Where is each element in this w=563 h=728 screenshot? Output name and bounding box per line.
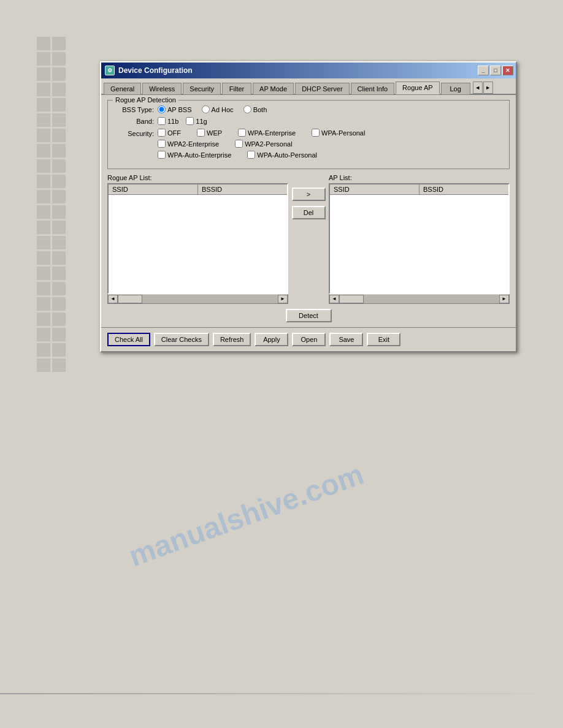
rogue-ap-detection-group: Rogue AP Detection BSS Type: AP BSS Ad H…: [107, 100, 510, 169]
ap-list-body[interactable]: [330, 195, 508, 293]
bg-square: [37, 328, 50, 341]
bss-type-ad-hoc[interactable]: Ad Hoc: [202, 105, 234, 113]
band-11b-checkbox[interactable]: [158, 117, 166, 125]
ap-list-scrollbar-thumb[interactable]: [339, 295, 364, 303]
bss-type-both[interactable]: Both: [243, 105, 267, 113]
band-11g-checkbox[interactable]: [186, 117, 194, 125]
bss-type-both-radio[interactable]: [243, 105, 251, 113]
bg-square: [37, 205, 50, 219]
security-wpa-enterprise[interactable]: WPA-Enterprise: [238, 129, 296, 137]
security-row-2: WPA2-Enterprise WPA2-Personal: [158, 140, 503, 148]
open-button[interactable]: Open: [292, 333, 326, 346]
ap-list-scroll-right[interactable]: ►: [499, 295, 509, 303]
security-row-3: WPA-Auto-Enterprise WPA-Auto-Personal: [158, 151, 503, 159]
bss-type-radio-group: AP BSS Ad Hoc Both: [158, 105, 267, 113]
apply-button[interactable]: Apply: [255, 333, 288, 346]
tab-rogue-ap[interactable]: Rogue AP: [396, 82, 440, 94]
band-11b-label: 11b: [167, 118, 178, 125]
security-wpa2-personal[interactable]: WPA2-Personal: [235, 140, 292, 148]
bg-square: [52, 144, 66, 157]
group-box-title: Rogue AP Detection: [113, 96, 178, 104]
security-wpa-auto-personal-checkbox[interactable]: [247, 151, 255, 159]
detect-button[interactable]: Detect: [286, 309, 332, 322]
tab-bar: General Wireless Security Filter AP Mode…: [101, 78, 516, 95]
refresh-button[interactable]: Refresh: [213, 333, 251, 346]
rogue-list-scrollbar-thumb[interactable]: [118, 295, 142, 303]
bg-square: [52, 159, 66, 173]
maximize-button[interactable]: □: [490, 66, 501, 75]
lists-section: Rogue AP List: SSID BSSID ◄ ►: [107, 174, 510, 304]
bg-square: [52, 343, 66, 357]
clear-checks-button[interactable]: Clear Checks: [154, 333, 209, 346]
tab-log[interactable]: Log: [441, 83, 470, 94]
security-wpa-enterprise-label: WPA-Enterprise: [248, 129, 296, 137]
bg-square: [37, 37, 50, 50]
security-wpa-auto-enterprise[interactable]: WPA-Auto-Enterprise: [158, 151, 231, 159]
bss-type-ap-bss-radio[interactable]: [158, 105, 166, 113]
tab-dhcp-server[interactable]: DHCP Server: [295, 83, 349, 94]
security-wpa-auto-enterprise-checkbox[interactable]: [158, 151, 166, 159]
exit-button[interactable]: Exit: [367, 333, 400, 346]
bg-square: [37, 190, 50, 203]
tab-ap-mode[interactable]: AP Mode: [253, 83, 294, 94]
background-pattern: [0, 0, 98, 728]
bg-square: [52, 129, 66, 142]
check-all-button[interactable]: Check All: [107, 333, 150, 346]
bg-square: [37, 113, 50, 127]
bg-square: [37, 282, 50, 295]
security-wep[interactable]: WEP: [197, 129, 222, 137]
ap-list-ssid-header: SSID: [330, 184, 419, 194]
bg-square: [37, 67, 50, 81]
close-button[interactable]: ✕: [502, 66, 513, 75]
bg-square: [37, 343, 50, 357]
security-wpa-enterprise-checkbox[interactable]: [238, 129, 246, 137]
security-wpa2-personal-checkbox[interactable]: [235, 140, 243, 148]
bg-square: [52, 67, 66, 81]
security-wpa-personal-checkbox[interactable]: [312, 129, 320, 137]
rogue-list-header: SSID BSSID: [109, 184, 287, 195]
bss-type-ad-hoc-radio[interactable]: [202, 105, 210, 113]
minimize-button[interactable]: _: [478, 66, 489, 75]
tab-scroll-left[interactable]: ◄: [473, 82, 483, 94]
tab-filter[interactable]: Filter: [222, 83, 251, 94]
security-wep-checkbox[interactable]: [197, 129, 205, 137]
rogue-list-scroll-right[interactable]: ►: [278, 295, 288, 303]
bss-type-ap-bss[interactable]: AP BSS: [158, 105, 192, 113]
band-11g[interactable]: 11g: [186, 117, 207, 125]
bg-square: [37, 313, 50, 326]
transfer-delete-buttons: > Del: [293, 174, 324, 219]
tab-scroll-right[interactable]: ►: [483, 82, 493, 94]
delete-button[interactable]: Del: [292, 206, 326, 219]
security-wpa2-enterprise[interactable]: WPA2-Enterprise: [158, 140, 219, 148]
rogue-list-body[interactable]: [109, 195, 287, 293]
security-wpa-personal-label: WPA-Personal: [321, 129, 365, 137]
tab-wireless[interactable]: Wireless: [142, 83, 182, 94]
rogue-list-scroll-left[interactable]: ◄: [108, 295, 118, 303]
bg-square: [52, 236, 66, 249]
security-wpa-personal[interactable]: WPA-Personal: [312, 129, 365, 137]
security-wpa2-enterprise-checkbox[interactable]: [158, 140, 166, 148]
security-off-checkbox[interactable]: [158, 129, 166, 137]
security-wpa-auto-enterprise-label: WPA-Auto-Enterprise: [167, 151, 231, 159]
window-title: Device Configuration: [118, 66, 193, 75]
bg-square: [37, 251, 50, 265]
device-configuration-dialog: ⚙ Device Configuration _ □ ✕ General Wir…: [100, 61, 517, 352]
bss-type-ad-hoc-label: Ad Hoc: [212, 106, 234, 113]
bg-square: [52, 52, 66, 66]
security-wpa-auto-personal[interactable]: WPA-Auto-Personal: [247, 151, 317, 159]
bg-square: [52, 113, 66, 127]
tab-security[interactable]: Security: [183, 83, 221, 94]
ap-list-scroll-left[interactable]: ◄: [329, 295, 339, 303]
security-wpa2-personal-label: WPA2-Personal: [245, 140, 292, 148]
tab-client-info[interactable]: Client Info: [351, 83, 395, 94]
band-11b[interactable]: 11b: [158, 117, 178, 125]
bg-square: [52, 190, 66, 203]
bg-square: [37, 144, 50, 157]
tab-general[interactable]: General: [104, 83, 141, 94]
save-button[interactable]: Save: [329, 333, 363, 346]
bg-square: [37, 129, 50, 142]
security-off[interactable]: OFF: [158, 129, 181, 137]
bg-square: [52, 98, 66, 112]
security-row: Security: OFF WEP: [114, 129, 503, 159]
transfer-button[interactable]: >: [292, 188, 326, 201]
